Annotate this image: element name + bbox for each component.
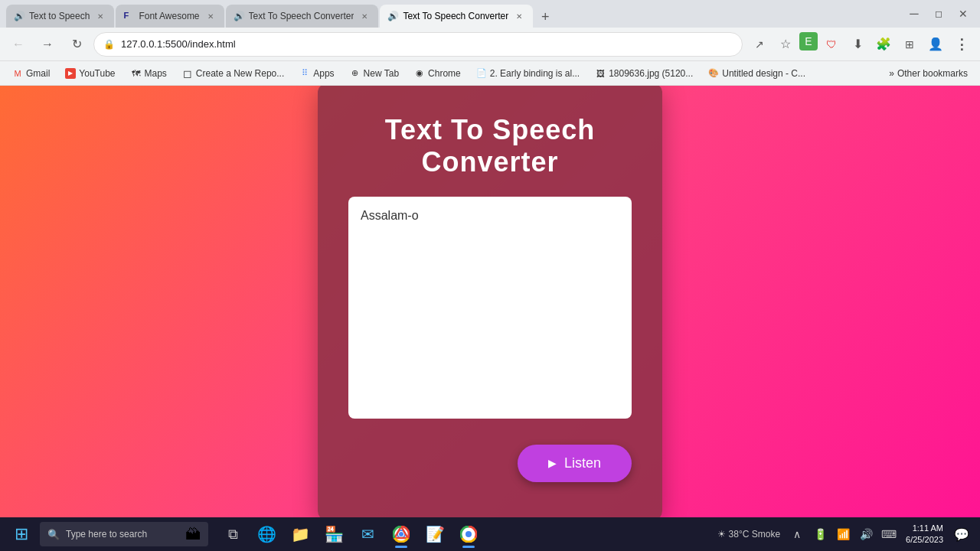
tab-tts-converter-1[interactable]: 🔊 Text To Speech Converter ✕ [226,5,379,28]
nav-bar: ← → ↻ 🔒 127.0.0.1:5500/index.html ↗ ☆ E … [0,28,980,61]
bookmark-youtube-label: YouTube [79,68,115,79]
bookmark-icon[interactable]: ☆ [773,32,798,57]
keyboard-icon[interactable]: ⌨ [878,523,900,545]
bookmark-maps-label: Maps [145,68,167,79]
bookmark-newtab-label: New Tab [364,68,399,79]
bookmark-early-binding-label: 2. Early binding is al... [490,68,580,79]
address-bar[interactable]: 🔒 127.0.0.1:5500/index.html [93,32,743,57]
listen-button[interactable]: ▶ Listen [518,445,632,482]
svg-point-5 [466,531,472,537]
bookmark-untitled[interactable]: 🎨 Untitled design - C... [702,67,812,80]
file-explorer-button[interactable]: 📁 [285,519,315,549]
battery-icon[interactable]: 🔋 [809,523,831,545]
bookmark-newtab[interactable]: ⊕ New Tab [344,67,405,80]
tab-tts-converter-2[interactable]: 🔊 Text To Speech Converter ✕ [380,5,533,28]
tab-close-1[interactable]: ✕ [94,10,106,22]
back-button[interactable]: ← [6,32,31,57]
taskbar-time[interactable]: 1:11 AM 6/25/2023 [906,523,943,546]
forward-button[interactable]: → [35,32,60,57]
edge-button[interactable]: 🌐 [251,519,282,549]
bookmark-apps-label: Apps [313,68,334,79]
tab-label-3: Text To Speech Converter [249,11,354,21]
taskview-icon: ⧉ [224,525,242,543]
tab-icon-2: F [123,11,134,21]
bookmarks-bar: M Gmail ▶ YouTube 🗺 Maps ◻ Create a New … [0,61,980,86]
bookmark-early-binding[interactable]: 📄 2. Early binding is al... [470,67,586,80]
tab-label-2: Font Awesome [139,11,199,21]
new-tab-button[interactable]: + [534,6,556,28]
profile-icon[interactable]: 👤 [923,32,948,57]
close-button[interactable]: ✕ [952,3,974,24]
mail-icon: ✉ [358,525,377,543]
app-title: Text To Speech Converter [348,114,632,178]
svg-point-3 [399,532,403,536]
bookmark-gmail[interactable]: M Gmail [6,67,56,80]
vscode-button[interactable]: 📝 [420,519,450,549]
tab-close-4[interactable]: ✕ [513,10,525,22]
sidebar-toggle[interactable]: ⊞ [897,32,922,57]
play-icon: ▶ [548,457,557,469]
weather-info[interactable]: ☀ 38°C Smoke [717,529,781,540]
bookmark-apps[interactable]: ⠿ Apps [293,67,340,80]
chrome2-taskbar-icon [459,525,478,543]
weather-text: 38°C Smoke [729,529,781,540]
tab-text-to-speech[interactable]: 🔊 Text to Speech ✕ [6,5,114,28]
weather-icon: ☀ [717,529,726,540]
bookmark-image[interactable]: 🖼 1809636.jpg (5120... [589,67,699,80]
chrome-taskbar-button[interactable] [386,519,416,549]
adblock-icon[interactable]: 🛡 [819,32,844,57]
chrome2-taskbar-button[interactable] [453,519,484,549]
bookmark-chrome[interactable]: ◉ Chrome [408,67,467,80]
image-icon: 🖼 [595,68,606,79]
date-display: 6/25/2023 [906,534,943,546]
tab-icon-3: 🔊 [234,11,244,21]
bookmarks-more[interactable]: » Other bookmarks [883,67,974,80]
volume-icon[interactable]: 🔊 [855,523,877,545]
tab-font-awesome[interactable]: F Font Awesome ✕ [116,5,224,28]
time-display: 1:11 AM [906,523,943,534]
tab-label-1: Text to Speech [29,11,90,21]
gmail-icon: M [12,68,23,79]
app-card: Text To Speech Converter Assalam-o ▶ Lis… [318,86,662,517]
text-input[interactable]: Assalam-o [348,197,632,419]
menu-icon[interactable]: ⋮ [949,32,974,57]
extension-icon[interactable]: E [799,32,818,51]
tab-close-3[interactable]: ✕ [358,10,371,22]
listen-button-label: Listen [564,455,601,471]
early-binding-icon: 📄 [476,68,487,79]
bookmark-youtube[interactable]: ▶ YouTube [59,67,121,80]
store-button[interactable]: 🏪 [318,519,349,549]
lock-icon: 🔒 [103,39,115,50]
maps-icon: 🗺 [131,68,142,79]
windows-icon: ⊞ [12,525,31,543]
bookmark-create-repo[interactable]: ◻ Create a New Repo... [176,67,290,80]
notification-button[interactable]: 💬 [949,522,974,546]
puzzle-icon[interactable]: 🧩 [871,32,896,57]
bookmark-maps[interactable]: 🗺 Maps [125,67,173,80]
download-icon[interactable]: ⬇ [845,32,870,57]
bookmark-chrome-label: Chrome [428,68,461,79]
taskbar-right: ☀ 38°C Smoke ∧ 🔋 📶 🔊 ⌨ 1:11 AM 6/25/2023… [717,522,974,546]
taskbar-search[interactable]: 🔍 Type here to search 🏔 [40,522,208,546]
taskbar-search-text: Type here to search [66,529,147,540]
minimize-button[interactable]: ─ [903,3,925,24]
mail-button[interactable]: ✉ [352,519,383,549]
apps-icon: ⠿ [299,68,310,79]
edge-icon: 🌐 [257,525,276,543]
reload-button[interactable]: ↻ [64,32,89,57]
start-button[interactable]: ⊞ [6,519,37,549]
untitled-icon: 🎨 [708,68,719,79]
bookmark-gmail-label: Gmail [26,68,50,79]
maximize-button[interactable]: ◻ [928,3,949,24]
bookmarks-more-icon: » [889,68,894,79]
tab-close-2[interactable]: ✕ [204,10,217,22]
taskbar-apps: ⧉ 🌐 📁 🏪 ✉ [217,519,484,549]
page-content: Text To Speech Converter Assalam-o ▶ Lis… [0,86,980,517]
tabs-bar: 🔊 Text to Speech ✕ F Font Awesome ✕ 🔊 Te… [0,0,980,28]
wifi-icon[interactable]: 📶 [832,523,854,545]
store-icon: 🏪 [325,525,343,543]
show-hidden-icons[interactable]: ∧ [786,523,808,545]
taskview-button[interactable]: ⧉ [217,519,248,549]
window-controls: ─ ◻ ✕ [903,3,974,24]
share-icon[interactable]: ↗ [747,32,772,57]
